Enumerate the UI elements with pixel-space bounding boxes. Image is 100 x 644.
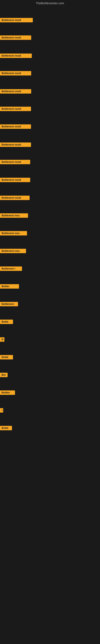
bottleneck-badge-5: Bottleneck result: [0, 89, 31, 94]
bottleneck-label-18: Bottle: [0, 320, 13, 324]
bottleneck-label-15: Bottleneck r: [0, 266, 22, 271]
bottleneck-badge-11: Bottleneck result: [0, 196, 30, 201]
bottleneck-badge-6: Bottleneck result: [0, 107, 31, 112]
bottleneck-badge-17: Bottleneck: [0, 302, 18, 307]
bottleneck-badge-8: Bottleneck result: [0, 142, 31, 148]
bottleneck-label-16: Bottler: [0, 284, 19, 288]
bottleneck-label-20: Bottle: [0, 355, 13, 360]
bottleneck-badge-2: Bottleneck result: [0, 36, 31, 41]
bottleneck-label-17: Bottleneck: [0, 302, 18, 306]
bottleneck-label-8: Bottleneck result: [0, 142, 31, 147]
bottleneck-label-11: Bottleneck result: [0, 196, 30, 200]
bottleneck-label-2: Bottleneck result: [0, 36, 31, 40]
bottleneck-badge-20: Bottle: [0, 355, 13, 360]
bottleneck-badge-23: I: [0, 408, 3, 413]
bottleneck-badge-19: B: [0, 337, 4, 342]
bottleneck-badge-21: Bot: [0, 373, 8, 378]
bottleneck-badge-7: Bottleneck result: [0, 124, 31, 130]
bottleneck-label-22: Bottlen: [0, 390, 15, 395]
bottleneck-label-1: Bottleneck result: [0, 18, 33, 22]
site-title: TheBottlenecker.com: [0, 0, 100, 6]
bottleneck-badge-16: Bottler: [0, 284, 19, 290]
bottleneck-label-5: Bottleneck result: [0, 89, 31, 94]
bottleneck-label-12: Bottleneck resu: [0, 213, 28, 218]
bottleneck-label-14: Bottleneck resu: [0, 249, 26, 253]
bottleneck-badge-13: Bottleneck resu: [0, 231, 27, 236]
bottleneck-label-19: B: [0, 337, 4, 342]
bottleneck-label-10: Bottleneck result: [0, 178, 30, 182]
bottleneck-badge-3: Bottleneck result: [0, 54, 32, 59]
bottleneck-badge-4: Bottleneck result: [0, 71, 31, 76]
bottleneck-badge-18: Bottle: [0, 320, 13, 325]
bottleneck-label-9: Bottleneck result: [0, 160, 30, 164]
bottleneck-label-21: Bot: [0, 373, 8, 377]
bottleneck-badge-10: Bottleneck result: [0, 178, 30, 183]
bottleneck-label-23: I: [0, 408, 3, 412]
bottleneck-badge-9: Bottleneck result: [0, 160, 30, 165]
bottleneck-label-24: Bottle: [0, 426, 12, 430]
bottleneck-label-7: Bottleneck result: [0, 124, 31, 129]
bottleneck-badge-15: Bottleneck r: [0, 266, 22, 272]
bottleneck-badge-24: Bottle: [0, 426, 12, 431]
bottleneck-label-13: Bottleneck resu: [0, 231, 27, 236]
bottleneck-badge-12: Bottleneck resu: [0, 213, 28, 218]
bottleneck-badge-14: Bottleneck resu: [0, 249, 26, 254]
bottleneck-label-3: Bottleneck result: [0, 54, 32, 58]
bottleneck-badge-1: Bottleneck result: [0, 18, 33, 23]
bottleneck-badge-22: Bottlen: [0, 390, 15, 396]
bottleneck-label-4: Bottleneck result: [0, 71, 31, 76]
bottleneck-label-6: Bottleneck result: [0, 107, 31, 111]
